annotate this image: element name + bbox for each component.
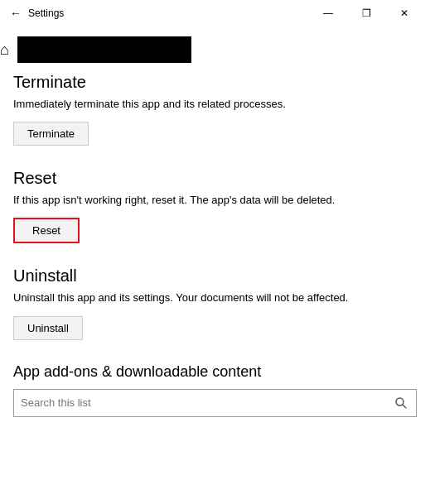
main-content: Terminate Immediately terminate this app… xyxy=(0,73,430,417)
terminate-section: Terminate Immediately terminate this app… xyxy=(13,73,417,146)
back-button[interactable]: ← xyxy=(10,7,22,20)
uninstall-button[interactable]: Uninstall xyxy=(13,316,83,340)
svg-line-1 xyxy=(403,405,406,408)
header-row: ⌂ xyxy=(0,26,430,73)
reset-button[interactable]: Reset xyxy=(13,218,80,243)
uninstall-section: Uninstall Uninstall this app and its set… xyxy=(13,266,417,339)
terminate-title: Terminate xyxy=(13,73,417,92)
window-controls: — ❐ ✕ xyxy=(309,0,423,26)
addons-title: App add-ons & downloadable content xyxy=(13,363,417,381)
app-name-bar xyxy=(17,36,191,63)
uninstall-description: Uninstall this app and its settings. You… xyxy=(13,290,417,305)
terminate-description: Immediately terminate this app and its r… xyxy=(13,97,417,112)
uninstall-title: Uninstall xyxy=(13,266,417,286)
reset-title: Reset xyxy=(13,169,417,188)
title-bar-left: ← Settings xyxy=(10,7,64,20)
reset-description: If this app isn't working right, reset i… xyxy=(13,193,417,208)
search-button[interactable] xyxy=(386,390,416,416)
restore-button[interactable]: ❐ xyxy=(347,0,385,26)
search-row xyxy=(13,389,417,417)
search-icon xyxy=(395,397,407,409)
window-title: Settings xyxy=(28,7,64,19)
terminate-button[interactable]: Terminate xyxy=(13,122,89,146)
reset-section: Reset If this app isn't working right, r… xyxy=(13,169,417,243)
minimize-button[interactable]: — xyxy=(309,0,347,26)
addons-section: App add-ons & downloadable content xyxy=(13,363,417,417)
search-input[interactable] xyxy=(14,391,386,414)
home-icon[interactable]: ⌂ xyxy=(0,41,9,59)
title-bar: ← Settings — ❐ ✕ xyxy=(0,0,430,26)
close-button[interactable]: ✕ xyxy=(385,0,423,26)
